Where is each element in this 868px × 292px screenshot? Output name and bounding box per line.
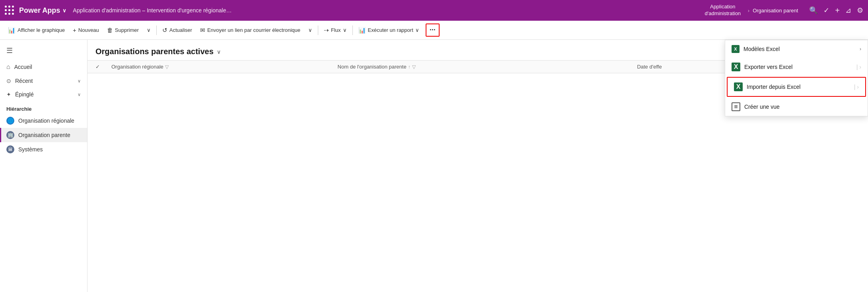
importer-excel-label: Importer depuis Excel bbox=[747, 84, 800, 90]
add-icon[interactable]: + bbox=[835, 6, 840, 15]
actualiser-label: Actualiser bbox=[169, 27, 192, 33]
col-org-name-label: Nom de l'organisation parente bbox=[338, 64, 407, 70]
executer-rapport-label: Exécuter un rapport bbox=[368, 27, 413, 33]
toolbar: 📊 Afficher le graphique + Nouveau 🗑 Supp… bbox=[0, 21, 868, 40]
app-launcher-icon[interactable] bbox=[5, 6, 14, 15]
importer-excel-divider: | › bbox=[854, 84, 859, 90]
table-col-org-name[interactable]: Nom de l'organisation parente ↑ ▽ bbox=[335, 64, 634, 70]
chart-icon: 📊 bbox=[8, 27, 16, 34]
sidebar-item-epingle[interactable]: ✦ Épinglé ∨ bbox=[0, 88, 87, 101]
pin-icon: ✦ bbox=[6, 91, 11, 98]
app-name: Power Apps bbox=[19, 6, 60, 15]
importer-excel-item[interactable]: X Importer depuis Excel | › bbox=[727, 77, 866, 97]
actualiser-button[interactable]: ↺ Actualiser bbox=[159, 25, 195, 36]
flux-button[interactable]: ⇢ Flux ∨ bbox=[321, 25, 350, 36]
rapport-icon: 📊 bbox=[358, 27, 366, 34]
afficher-graphique-button[interactable]: 📊 Afficher le graphique bbox=[5, 25, 68, 36]
excel-import-icon: X bbox=[734, 82, 743, 91]
sidebar-item-org-regionale[interactable]: 🌐 Organisation régionale bbox=[0, 114, 87, 128]
more-options-dropdown: X Modèles Excel › X Exporter vers Excel … bbox=[725, 40, 868, 116]
col-org-reg-label: Organisation régionale bbox=[111, 64, 163, 70]
nouveau-button[interactable]: + Nouveau bbox=[70, 25, 102, 35]
nav-actions: 🔍 ✓ + ⊿ ⚙ bbox=[809, 6, 863, 15]
check-icon: ✓ bbox=[95, 64, 100, 70]
supprimer-button[interactable]: 🗑 Supprimer bbox=[104, 25, 142, 35]
rapport-chevron-icon: ∨ bbox=[415, 27, 419, 33]
creer-vue-item[interactable]: ≡ Créer une vue bbox=[725, 98, 868, 116]
sidebar-recent-label: Récent bbox=[15, 78, 33, 84]
dropdown-chevron-button[interactable]: ∨ bbox=[144, 25, 154, 35]
exporter-excel-divider: | › bbox=[856, 64, 861, 70]
settings-icon[interactable]: ⚙ bbox=[857, 6, 863, 15]
sidebar-epingle-label: Épinglé bbox=[15, 91, 34, 98]
more-options-button[interactable]: ··· bbox=[426, 24, 440, 37]
home-icon: ⌂ bbox=[6, 63, 10, 71]
modeles-excel-label: Modèles Excel bbox=[743, 46, 780, 52]
envoyer-lien-label: Envoyer un lien par courrier électroniqu… bbox=[207, 27, 300, 33]
creer-vue-label: Créer une vue bbox=[744, 104, 780, 110]
sidebar: ☰ ⌂ Accueil ⊙ Récent ∨ ✦ Épinglé ∨ Hiéra… bbox=[0, 40, 88, 292]
breadcrumb: Application d'administration › Organisat… bbox=[701, 4, 798, 17]
excel-export-icon: X bbox=[732, 63, 740, 71]
systemes-label: Systèmes bbox=[18, 146, 43, 153]
epingle-chevron-icon: ∨ bbox=[78, 92, 81, 97]
sidebar-item-systemes[interactable]: 🏛 Systèmes bbox=[0, 142, 87, 157]
view-title: Organisations parentes actives bbox=[95, 47, 214, 56]
envoyer-lien-dropdown-button[interactable]: ∨ bbox=[305, 25, 315, 35]
afficher-graphique-label: Afficher le graphique bbox=[18, 27, 65, 33]
org-regionale-label: Organisation régionale bbox=[18, 118, 74, 124]
table-col-check: ✓ bbox=[95, 64, 108, 70]
chevron-down-icon: ∨ bbox=[147, 27, 151, 33]
modeles-excel-item[interactable]: X Modèles Excel › bbox=[725, 40, 868, 58]
divider-2 bbox=[318, 25, 318, 35]
sidebar-item-accueil[interactable]: ⌂ Accueil bbox=[0, 60, 87, 74]
trash-icon: 🗑 bbox=[107, 27, 113, 33]
view-icon: ≡ bbox=[732, 102, 740, 111]
filter-icon[interactable]: ⊿ bbox=[845, 6, 851, 15]
hierarchy-section-title: Hiérarchie bbox=[0, 101, 87, 114]
plus-icon: + bbox=[73, 27, 76, 33]
sidebar-item-org-parente[interactable]: 🏢 Organisation parente bbox=[0, 128, 87, 142]
systems-icon: 🏛 bbox=[6, 145, 14, 153]
ellipsis-icon: ··· bbox=[430, 26, 436, 34]
table-col-org-regionale[interactable]: Organisation régionale ▽ bbox=[108, 64, 335, 70]
breadcrumb-org[interactable]: Organisation parent bbox=[753, 8, 798, 14]
modeles-excel-arrow: › bbox=[860, 46, 861, 52]
exporter-arrow: › bbox=[859, 64, 861, 70]
top-navigation: Power Apps ∨ Application d'administratio… bbox=[0, 0, 868, 21]
flux-icon: ⇢ bbox=[324, 27, 329, 34]
recent-chevron-icon: ∨ bbox=[78, 78, 81, 84]
exporter-excel-label: Exporter vers Excel bbox=[744, 64, 792, 70]
chevron-down-icon-2: ∨ bbox=[308, 27, 312, 33]
app-brand[interactable]: Power Apps ∨ bbox=[19, 6, 66, 15]
col-filter-icon-2: ▽ bbox=[412, 64, 416, 70]
breadcrumb-separator: › bbox=[748, 8, 749, 14]
page-title: Application d'administration – Intervent… bbox=[73, 7, 697, 14]
building-icon: 🏢 bbox=[6, 131, 14, 139]
divider-1 bbox=[156, 25, 157, 35]
checkmark-circle-icon[interactable]: ✓ bbox=[823, 6, 829, 15]
excel-template-icon: X bbox=[732, 45, 740, 53]
col-sort-asc-icon: ↑ bbox=[408, 64, 411, 70]
app-chevron: ∨ bbox=[62, 8, 66, 14]
nouveau-label: Nouveau bbox=[78, 27, 99, 33]
col-date-label: Date d'effe bbox=[637, 64, 662, 70]
email-icon: ✉ bbox=[200, 27, 205, 34]
org-parente-label: Organisation parente bbox=[18, 132, 70, 138]
globe-icon: 🌐 bbox=[6, 117, 14, 125]
importer-arrow: › bbox=[857, 84, 859, 90]
view-title-chevron-icon[interactable]: ∨ bbox=[217, 49, 221, 55]
executer-rapport-button[interactable]: 📊 Exécuter un rapport ∨ bbox=[355, 25, 422, 36]
search-icon[interactable]: 🔍 bbox=[809, 6, 818, 15]
sidebar-accueil-label: Accueil bbox=[14, 64, 32, 70]
exporter-excel-item[interactable]: X Exporter vers Excel | › bbox=[725, 58, 868, 76]
envoyer-lien-button[interactable]: ✉ Envoyer un lien par courrier électroni… bbox=[197, 25, 304, 36]
col-filter-icon: ▽ bbox=[165, 64, 169, 70]
supprimer-label: Supprimer bbox=[115, 27, 139, 33]
breadcrumb-admin[interactable]: Application d'administration bbox=[701, 4, 745, 17]
divider-3 bbox=[352, 25, 353, 35]
sidebar-item-recent[interactable]: ⊙ Récent ∨ bbox=[0, 74, 87, 88]
refresh-icon: ↺ bbox=[162, 27, 167, 34]
flux-label: Flux bbox=[331, 27, 341, 33]
sidebar-hamburger-button[interactable]: ☰ bbox=[0, 43, 87, 58]
